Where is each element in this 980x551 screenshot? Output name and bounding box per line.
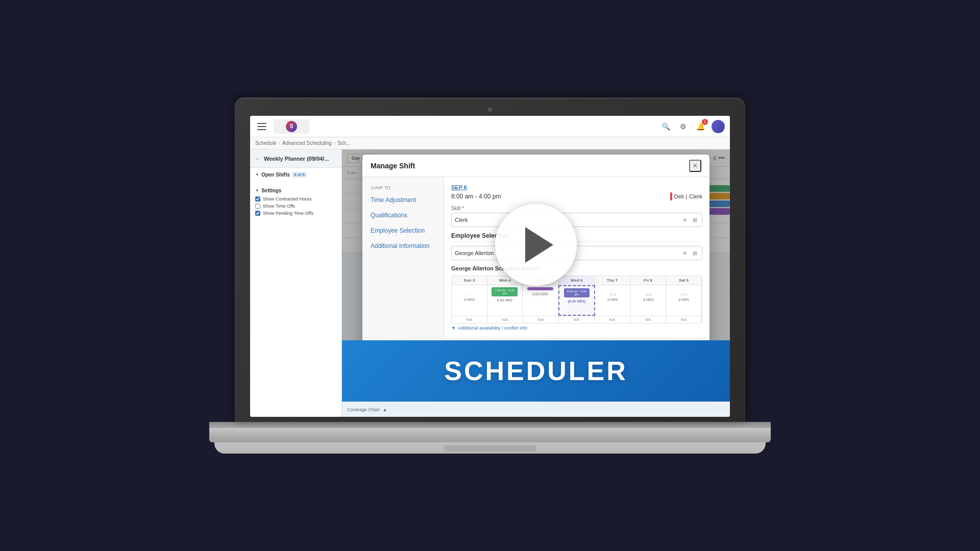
search-icon[interactable]: 🔍 [659,120,672,133]
time-offs-checkbox[interactable] [255,204,260,209]
play-button[interactable] [495,204,577,286]
coverage-expand-icon[interactable]: ▲ [383,407,387,412]
laptop-base [214,442,766,454]
logo-circle: S [286,121,297,132]
sidebar: ← Weekly Planner (09/04/... ▼ Open Shift… [250,149,342,417]
laptop-bottom [209,428,771,442]
video-overlay: SCHEDULER Coverage Chart ▲ [342,149,730,417]
laptop-trackpad [444,445,536,452]
main-area: ← Weekly Planner (09/04/... ▼ Open Shift… [250,149,730,417]
breadcrumb-current: Sch... [337,140,351,146]
setting-time-offs: Show Time Offs [255,204,336,209]
coverage-chart-bar: Coverage Chart ▲ [342,402,730,417]
breadcrumb-sep-1: › [279,140,280,146]
laptop-hinge [209,422,771,428]
time-offs-label: Show Time Offs [263,204,295,209]
breadcrumb-advanced[interactable]: Advanced Scheduling [282,140,332,146]
top-nav: S 🔍 ⚙ 🔔 1 [250,116,730,137]
sidebar-open-shifts: ▼ Open Shifts 0 of 5 [250,168,341,185]
scheduler-banner-title: SCHEDULER [444,356,628,386]
back-arrow[interactable]: ← [255,156,261,162]
laptop-camera [488,108,492,112]
settings-header[interactable]: ▼ Settings [255,188,336,193]
notification-icon[interactable]: 🔔 1 [694,120,706,133]
settings-section: ▼ Settings Show Contracted Hours Show Ti [250,185,341,221]
play-triangle-icon [525,227,553,263]
settings-label: Settings [261,188,281,193]
screen-content: S 🔍 ⚙ 🔔 1 [250,116,730,417]
settings-icon[interactable]: ⚙ [677,120,689,133]
open-shifts-badge: 0 of 5 [292,172,307,178]
open-shifts-header[interactable]: ▼ Open Shifts 0 of 5 [255,172,336,178]
laptop-container: S 🔍 ⚙ 🔔 1 [209,97,771,454]
play-button-container [342,149,730,340]
breadcrumb-sep-2: › [334,140,335,146]
breadcrumb: Schedule › Advanced Scheduling › Sch... [250,137,730,149]
app-ui: S 🔍 ⚙ 🔔 1 [250,116,730,417]
open-shifts-label: Open Shifts [261,172,290,178]
nav-icons: 🔍 ⚙ 🔔 1 [659,120,725,133]
contracted-hours-checkbox[interactable] [255,196,260,202]
notification-badge: 1 [702,119,708,125]
setting-contracted-hours: Show Contracted Hours [255,196,336,202]
user-avatar[interactable] [712,120,725,133]
pending-time-offs-checkbox[interactable] [255,211,260,216]
laptop-screen: S 🔍 ⚙ 🔔 1 [250,116,730,417]
settings-chevron: ▼ [255,188,259,193]
blue-banner: SCHEDULER [342,340,730,402]
coverage-label: Coverage Chart [347,407,380,412]
laptop-bezel: S 🔍 ⚙ 🔔 1 [235,97,745,422]
planner-title: Weekly Planner (09/04/... [264,156,329,162]
content-area: Day View ◀ TUE SEP Group by Cost Center … [342,149,730,417]
hamburger-menu[interactable] [255,119,270,134]
app-logo: S [274,119,309,134]
setting-pending-time-offs: Show Pending Time Offs [255,211,336,216]
open-shifts-chevron: ▼ [255,172,259,177]
sidebar-planner-header: ← Weekly Planner (09/04/... [250,149,341,168]
contracted-hours-label: Show Contracted Hours [263,196,312,202]
pending-time-offs-label: Show Pending Time Offs [263,211,313,216]
breadcrumb-schedule[interactable]: Schedule [255,140,277,146]
play-circle-container [495,204,577,286]
